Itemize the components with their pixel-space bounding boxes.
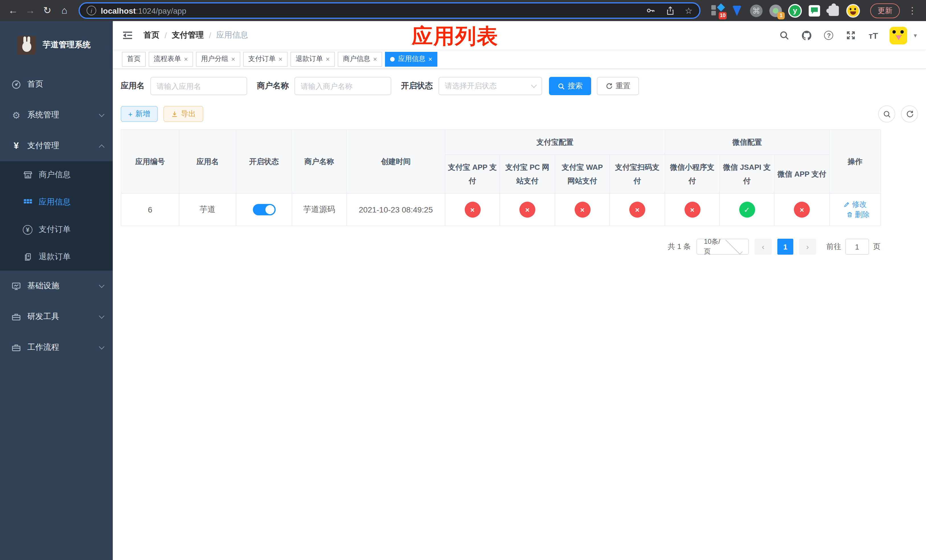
goto-unit: 页 (873, 242, 881, 252)
dashboard-icon (11, 79, 21, 89)
delete-link-label: 删除 (855, 210, 870, 220)
goto-page-input[interactable] (845, 239, 869, 255)
close-icon[interactable]: × (326, 55, 330, 63)
documents-icon (23, 252, 32, 262)
tag-refund-orders[interactable]: 退款订单× (291, 51, 335, 67)
url-host: localhost (101, 6, 136, 15)
tag-home[interactable]: 首页 (122, 51, 146, 67)
sidebar-logo[interactable]: 芋道管理系统 (0, 21, 113, 69)
sidebar-item-dev-tools[interactable]: 研发工具 (0, 301, 113, 332)
refresh-button[interactable] (901, 105, 918, 123)
edit-link[interactable]: 修改 (843, 200, 867, 210)
add-button[interactable]: + 新增 (121, 106, 157, 122)
close-icon[interactable]: × (231, 55, 235, 63)
column-header-alipay-pc: 支付宝 PC 网站支付 (500, 155, 555, 194)
browser-home-icon[interactable]: ⌂ (57, 3, 72, 18)
close-icon[interactable]: × (373, 55, 377, 63)
pagination-total: 共 1 条 (668, 242, 691, 252)
sidebar-item-label: 工作流程 (27, 342, 100, 353)
column-header-wx-mini: 微信小程序支付 (665, 155, 720, 194)
screen: ← → ↻ ⌂ i localhost:1024/pay/app ☆ 10 ⌘ (0, 0, 926, 560)
monitor-icon (11, 281, 21, 291)
sidebar-item-payment-orders[interactable]: ¥ 支付订单 (0, 216, 113, 243)
avatar-caret-icon[interactable]: ▾ (914, 32, 917, 39)
share-icon[interactable] (666, 6, 675, 15)
github-icon[interactable] (801, 30, 813, 41)
extension-y-icon[interactable]: y (788, 4, 802, 17)
goto-page: 前往 页 (826, 239, 881, 255)
breadcrumb-home[interactable]: 首页 (144, 30, 159, 41)
header-search-icon[interactable] (779, 30, 790, 41)
sidebar-item-payment[interactable]: ¥ 支付管理 (0, 130, 113, 161)
reset-button[interactable]: 重置 (597, 77, 639, 95)
search-button[interactable]: 搜索 (549, 77, 591, 95)
plus-icon: + (128, 110, 132, 118)
sidebar-item-label: 首页 (27, 79, 104, 89)
site-info-icon[interactable]: i (86, 6, 96, 15)
user-avatar[interactable] (890, 26, 908, 44)
tag-process-form[interactable]: 流程表单× (149, 51, 193, 67)
next-page-button[interactable]: › (799, 239, 816, 255)
extension-chat-icon[interactable] (808, 4, 821, 17)
status-select[interactable]: 请选择开启状态 (439, 77, 542, 95)
profile-avatar[interactable] (846, 4, 860, 17)
browser-back-icon[interactable]: ← (6, 3, 21, 18)
browser-forward-icon[interactable]: → (23, 3, 38, 18)
close-icon[interactable]: × (428, 55, 432, 63)
column-header-name: 应用名 (179, 130, 236, 194)
cell-created-time: 2021-10-23 08:49:25 (346, 194, 445, 226)
sidebar-item-app-info[interactable]: 应用信息 (0, 189, 113, 216)
breadcrumb-parent[interactable]: 支付管理 (172, 30, 204, 41)
add-button-label: 新增 (135, 109, 150, 119)
cell-app-id: 6 (121, 194, 179, 226)
sidebar-item-label: 基础设施 (27, 281, 100, 291)
status-toggle[interactable] (253, 204, 275, 215)
column-header-merchant: 商户名称 (292, 130, 346, 194)
app-title: 芋道管理系统 (43, 40, 91, 50)
yen-circle-icon: ¥ (23, 225, 32, 235)
extension-grid-icon[interactable]: 10 (711, 4, 725, 17)
tag-user-group[interactable]: 用户分组× (196, 51, 240, 67)
extension-recorder-icon[interactable]: 1 (769, 4, 782, 17)
tag-payment-orders[interactable]: 支付订单× (243, 51, 287, 67)
address-bar[interactable]: i localhost:1024/pay/app ☆ (79, 2, 701, 19)
sidebar-collapse-icon[interactable] (122, 29, 135, 42)
browser-menu-icon[interactable]: ⋮ (904, 5, 920, 16)
close-icon[interactable]: × (278, 55, 283, 63)
font-size-icon[interactable]: тT (868, 30, 879, 41)
tag-merchant-info[interactable]: 商户信息× (338, 51, 382, 67)
pagination: 共 1 条 10条/页 ‹ 1 › 前往 页 (121, 239, 881, 255)
fullscreen-icon[interactable] (846, 30, 857, 41)
sidebar-item-refund-orders[interactable]: 退款订单 (0, 243, 113, 271)
browser-reload-icon[interactable]: ↻ (40, 3, 54, 18)
delete-link[interactable]: 删除 (846, 210, 870, 220)
prev-page-button[interactable]: ‹ (755, 239, 772, 255)
help-icon[interactable]: ? (823, 30, 835, 41)
sidebar-item-system[interactable]: ⚙ 系统管理 (0, 100, 113, 130)
close-icon[interactable]: × (184, 55, 188, 63)
bookmark-star-icon[interactable]: ☆ (685, 5, 693, 16)
toggle-search-button[interactable] (878, 105, 895, 123)
tag-label: 用户分组 (201, 54, 228, 64)
tag-app-info[interactable]: 应用信息× (385, 51, 437, 67)
toolbox-icon (11, 312, 21, 322)
sidebar-item-infrastructure[interactable]: 基础设施 (0, 271, 113, 301)
sidebar-item-merchant-info[interactable]: 商户信息 (0, 161, 113, 189)
extension-kite-icon[interactable] (730, 4, 744, 17)
password-key-icon[interactable] (646, 6, 655, 15)
extensions-puzzle-icon[interactable] (827, 4, 841, 17)
chrome-update-button[interactable]: 更新 (870, 3, 900, 18)
merchant-name-input[interactable] (294, 77, 391, 95)
app-name-input[interactable] (150, 77, 247, 95)
extensions-group: 10 ⌘ 1 y (711, 4, 860, 17)
search-button-label: 搜索 (568, 81, 583, 91)
export-button[interactable]: 导出 (163, 106, 203, 122)
sidebar-item-workflow[interactable]: 工作流程 (0, 332, 113, 363)
page-size-select[interactable]: 10条/页 (696, 239, 749, 255)
sidebar-item-home[interactable]: 首页 (0, 69, 113, 100)
breadcrumb-separator: / (209, 31, 211, 40)
extension-command-icon[interactable]: ⌘ (749, 4, 763, 17)
alipay-qr-status-icon: × (629, 202, 645, 218)
gear-icon: ⚙ (11, 110, 21, 120)
current-page-button[interactable]: 1 (777, 239, 793, 255)
